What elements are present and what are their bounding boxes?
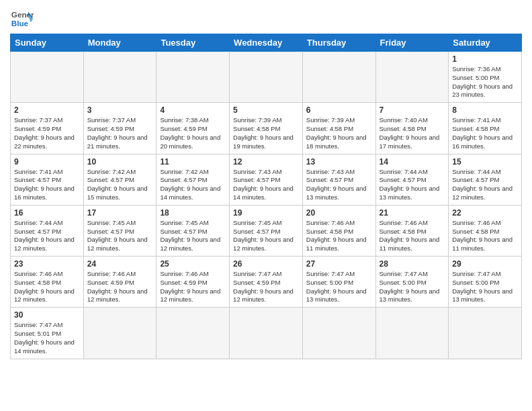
day-cell: 4Sunrise: 7:38 AM Sunset: 4:59 PM Daylig… <box>157 103 230 154</box>
day-cell: 30Sunrise: 7:47 AM Sunset: 5:01 PM Dayli… <box>11 308 84 359</box>
day-cell <box>302 308 375 359</box>
day-cell: 9Sunrise: 7:41 AM Sunset: 4:57 PM Daylig… <box>11 154 84 205</box>
header: General Blue <box>10 7 522 31</box>
day-number: 26 <box>233 259 299 269</box>
day-cell: 20Sunrise: 7:46 AM Sunset: 4:58 PM Dayli… <box>302 205 375 256</box>
day-number: 29 <box>452 259 518 269</box>
day-number: 11 <box>160 157 226 167</box>
day-info: Sunrise: 7:42 AM Sunset: 4:57 PM Dayligh… <box>87 168 153 202</box>
svg-text:Blue: Blue <box>11 19 29 28</box>
day-number: 6 <box>306 105 372 115</box>
week-row-1: 1Sunrise: 7:36 AM Sunset: 5:00 PM Daylig… <box>11 52 522 103</box>
day-info: Sunrise: 7:37 AM Sunset: 4:59 PM Dayligh… <box>14 116 80 150</box>
day-cell <box>375 52 449 103</box>
week-row-4: 16Sunrise: 7:44 AM Sunset: 4:57 PM Dayli… <box>11 205 522 256</box>
day-cell: 5Sunrise: 7:39 AM Sunset: 4:58 PM Daylig… <box>230 103 303 154</box>
day-cell: 19Sunrise: 7:45 AM Sunset: 4:57 PM Dayli… <box>230 205 303 256</box>
day-info: Sunrise: 7:44 AM Sunset: 4:57 PM Dayligh… <box>14 219 80 253</box>
header-row: SundayMondayTuesdayWednesdayThursdayFrid… <box>11 34 522 52</box>
day-info: Sunrise: 7:45 AM Sunset: 4:57 PM Dayligh… <box>233 219 299 253</box>
day-cell <box>157 52 230 103</box>
day-cell: 8Sunrise: 7:41 AM Sunset: 4:58 PM Daylig… <box>449 103 522 154</box>
day-info: Sunrise: 7:46 AM Sunset: 4:59 PM Dayligh… <box>87 270 153 304</box>
day-info: Sunrise: 7:43 AM Sunset: 4:57 PM Dayligh… <box>306 168 372 202</box>
day-info: Sunrise: 7:42 AM Sunset: 4:57 PM Dayligh… <box>160 168 226 202</box>
day-cell: 26Sunrise: 7:47 AM Sunset: 4:59 PM Dayli… <box>230 257 303 308</box>
week-row-6: 30Sunrise: 7:47 AM Sunset: 5:01 PM Dayli… <box>11 308 522 359</box>
day-cell: 17Sunrise: 7:45 AM Sunset: 4:57 PM Dayli… <box>83 205 157 256</box>
day-info: Sunrise: 7:39 AM Sunset: 4:58 PM Dayligh… <box>306 116 372 150</box>
day-cell: 29Sunrise: 7:47 AM Sunset: 5:00 PM Dayli… <box>449 257 522 308</box>
day-number: 4 <box>160 105 226 115</box>
day-number: 18 <box>160 208 226 218</box>
day-cell <box>230 308 303 359</box>
day-info: Sunrise: 7:46 AM Sunset: 4:58 PM Dayligh… <box>452 219 518 253</box>
day-info: Sunrise: 7:37 AM Sunset: 4:59 PM Dayligh… <box>87 116 153 150</box>
day-number: 22 <box>452 208 518 218</box>
col-header-tuesday: Tuesday <box>157 34 230 52</box>
col-header-monday: Monday <box>83 34 157 52</box>
day-number: 5 <box>233 105 299 115</box>
day-number: 1 <box>452 54 518 64</box>
day-cell: 27Sunrise: 7:47 AM Sunset: 5:00 PM Dayli… <box>302 257 375 308</box>
day-number: 10 <box>87 157 153 167</box>
day-number: 8 <box>452 105 518 115</box>
day-info: Sunrise: 7:47 AM Sunset: 5:00 PM Dayligh… <box>452 270 518 304</box>
day-info: Sunrise: 7:45 AM Sunset: 4:57 PM Dayligh… <box>87 219 153 253</box>
col-header-wednesday: Wednesday <box>230 34 303 52</box>
day-number: 3 <box>87 105 153 115</box>
day-cell <box>83 308 157 359</box>
day-cell: 2Sunrise: 7:37 AM Sunset: 4:59 PM Daylig… <box>11 103 84 154</box>
col-header-sunday: Sunday <box>11 34 84 52</box>
day-number: 17 <box>87 208 153 218</box>
day-number: 19 <box>233 208 299 218</box>
day-info: Sunrise: 7:41 AM Sunset: 4:58 PM Dayligh… <box>452 116 518 150</box>
logo: General Blue <box>10 7 37 31</box>
day-info: Sunrise: 7:47 AM Sunset: 5:00 PM Dayligh… <box>380 270 445 304</box>
day-cell: 12Sunrise: 7:43 AM Sunset: 4:57 PM Dayli… <box>230 154 303 205</box>
day-number: 27 <box>306 259 372 269</box>
day-number: 21 <box>380 208 445 218</box>
day-cell: 16Sunrise: 7:44 AM Sunset: 4:57 PM Dayli… <box>11 205 84 256</box>
day-number: 9 <box>14 157 80 167</box>
day-info: Sunrise: 7:41 AM Sunset: 4:57 PM Dayligh… <box>14 168 80 202</box>
day-cell <box>157 308 230 359</box>
day-info: Sunrise: 7:38 AM Sunset: 4:59 PM Dayligh… <box>160 116 226 150</box>
day-info: Sunrise: 7:43 AM Sunset: 4:57 PM Dayligh… <box>233 168 299 202</box>
day-info: Sunrise: 7:39 AM Sunset: 4:58 PM Dayligh… <box>233 116 299 150</box>
col-header-thursday: Thursday <box>302 34 375 52</box>
day-cell <box>11 52 84 103</box>
day-cell <box>375 308 449 359</box>
day-cell: 1Sunrise: 7:36 AM Sunset: 5:00 PM Daylig… <box>449 52 522 103</box>
day-number: 20 <box>306 208 372 218</box>
day-info: Sunrise: 7:47 AM Sunset: 4:59 PM Dayligh… <box>233 270 299 304</box>
week-row-5: 23Sunrise: 7:46 AM Sunset: 4:58 PM Dayli… <box>11 257 522 308</box>
day-number: 28 <box>380 259 445 269</box>
day-cell: 23Sunrise: 7:46 AM Sunset: 4:58 PM Dayli… <box>11 257 84 308</box>
day-number: 7 <box>380 105 445 115</box>
day-info: Sunrise: 7:44 AM Sunset: 4:57 PM Dayligh… <box>452 168 518 202</box>
day-cell: 15Sunrise: 7:44 AM Sunset: 4:57 PM Dayli… <box>449 154 522 205</box>
day-cell <box>230 52 303 103</box>
day-cell: 6Sunrise: 7:39 AM Sunset: 4:58 PM Daylig… <box>302 103 375 154</box>
week-row-2: 2Sunrise: 7:37 AM Sunset: 4:59 PM Daylig… <box>11 103 522 154</box>
day-cell: 25Sunrise: 7:46 AM Sunset: 4:59 PM Dayli… <box>157 257 230 308</box>
day-cell <box>449 308 522 359</box>
day-cell: 11Sunrise: 7:42 AM Sunset: 4:57 PM Dayli… <box>157 154 230 205</box>
day-info: Sunrise: 7:47 AM Sunset: 5:01 PM Dayligh… <box>14 321 80 355</box>
day-info: Sunrise: 7:46 AM Sunset: 4:58 PM Dayligh… <box>380 219 445 253</box>
day-info: Sunrise: 7:44 AM Sunset: 4:57 PM Dayligh… <box>380 168 445 202</box>
day-number: 2 <box>14 105 80 115</box>
day-cell: 7Sunrise: 7:40 AM Sunset: 4:58 PM Daylig… <box>375 103 449 154</box>
day-info: Sunrise: 7:45 AM Sunset: 4:57 PM Dayligh… <box>160 219 226 253</box>
day-info: Sunrise: 7:47 AM Sunset: 5:00 PM Dayligh… <box>306 270 372 304</box>
day-cell: 13Sunrise: 7:43 AM Sunset: 4:57 PM Dayli… <box>302 154 375 205</box>
calendar-table: SundayMondayTuesdayWednesdayThursdayFrid… <box>10 34 522 359</box>
day-number: 14 <box>380 157 445 167</box>
day-info: Sunrise: 7:46 AM Sunset: 4:59 PM Dayligh… <box>160 270 226 304</box>
day-number: 12 <box>233 157 299 167</box>
day-cell: 21Sunrise: 7:46 AM Sunset: 4:58 PM Dayli… <box>375 205 449 256</box>
day-cell: 18Sunrise: 7:45 AM Sunset: 4:57 PM Dayli… <box>157 205 230 256</box>
day-number: 24 <box>87 259 153 269</box>
day-number: 13 <box>306 157 372 167</box>
